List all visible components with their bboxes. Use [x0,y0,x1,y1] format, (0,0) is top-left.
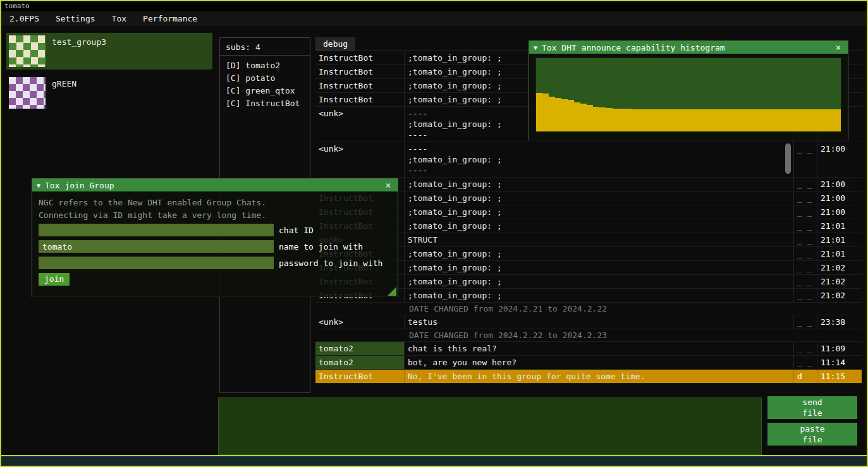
histogram-bar [682,109,688,131]
join-info-text: NGC refers to the New DHT enabled Group … [39,197,391,209]
histogram-bar [555,98,561,131]
histogram-window-titlebar[interactable]: ▼ Tox DHT announce capability histogram … [529,41,848,54]
message-text: testus [404,315,793,329]
message-time: 21:02 [817,289,862,302]
histogram-bar [790,109,797,131]
window-titlebar: tomato [1,1,867,11]
message-time: 11:09 [817,342,862,355]
histogram-bar [568,100,574,131]
histogram-bar [809,109,816,131]
resize-grip-icon[interactable] [388,287,396,296]
histogram-bar [542,94,549,131]
group-item-green[interactable]: gREEN [6,75,212,111]
histogram-bar [606,108,613,131]
join-window-titlebar[interactable]: ▼ Tox join Group × [32,179,398,191]
histogram-bar [619,109,625,131]
message-time: 21:02 [817,261,862,274]
message-input[interactable] [218,397,762,455]
chat-message-row[interactable]: <unk>---- ;tomato_in_group: ; ----_ _21:… [315,142,862,178]
message-flags: _ _ [793,261,817,274]
tab-debug[interactable]: debug [315,37,355,51]
paste-file-button[interactable]: paste file [767,423,857,446]
group-list: test_group3gREEN [6,33,212,116]
histogram-bar [726,109,733,131]
histogram-bar [549,97,555,131]
message-text: ---- ;tomato_in_group: ; ---- [404,142,793,177]
system-message-row: DATE CHANGED from 2024.2.21 to 2024.2.22 [315,303,862,315]
histogram-bar [561,99,568,131]
message-time: 21:01 [817,247,862,260]
histogram-bar [752,109,759,131]
chat-message-row[interactable]: InstructBotNo, I've been in this group f… [315,370,862,384]
histogram-window-title: Tox DHT announce capability histogram [542,42,725,54]
collapse-arrow-icon[interactable]: ▼ [534,42,537,54]
subs-list: [D] tomato2[C] potato[C] green_qtox[C] I… [226,59,304,110]
message-time: 21:00 [817,142,862,177]
message-text: bot, are you new here? [404,356,793,369]
message-time: 11:15 [817,370,862,383]
group-item-test-group3[interactable]: test_group3 [6,33,212,70]
histogram-bar [701,109,707,131]
histogram-bar [746,109,752,131]
subs-item-c-potato[interactable]: [C] potato [226,72,304,85]
histogram-bar [593,107,599,131]
separator [220,55,310,56]
message-author: <unk> [315,107,404,142]
message-flags: _ _ [793,356,817,369]
message-author: <unk> [315,142,404,177]
message-text: ;tomato_in_group: ; [404,261,793,274]
menu-bar: 2.0FPSSettingsToxPerformance [1,11,867,27]
histogram-bar [759,109,765,131]
chat-message-row[interactable]: <unk>testus_ _23:38 [315,315,862,329]
send-file-button[interactable]: send file [767,396,857,419]
chat-message-row[interactable]: tomato2chat is this real?_ _11:09 [315,342,862,356]
histogram-bar [663,109,669,131]
histogram-bar [828,109,834,131]
menu-item-performance[interactable]: Performance [135,11,205,26]
message-flags: _ _ [793,191,817,205]
message-flags: d [793,370,817,383]
chat-scrollbar[interactable] [785,143,791,174]
histogram-bar [778,109,784,131]
message-flags: _ _ [793,275,817,288]
histogram-bar [651,109,657,131]
message-flags: _ _ [793,178,817,191]
join-field-label: chat ID [279,226,314,235]
close-icon[interactable]: × [383,179,393,191]
message-time: 21:00 [817,205,862,219]
join-button[interactable]: join [39,273,70,286]
menu-item-tox[interactable]: Tox [104,11,135,26]
histogram-bar [676,109,682,131]
join-field-row: chat ID [39,224,391,236]
histogram-bar [536,93,542,131]
close-icon[interactable]: × [833,42,843,54]
histogram-bar [599,107,606,131]
subs-item-c-instructbot[interactable]: [C] InstructBot [226,97,304,110]
message-author: tomato2 [315,356,404,369]
join-input-chat-id[interactable] [39,224,274,236]
histogram-bar [574,102,580,131]
message-flags: _ _ [793,247,817,260]
join-field-label: password to join with [279,258,382,268]
subs-item-c-green-qtox[interactable]: [C] green_qtox [226,85,304,97]
histogram-bar [733,109,739,131]
join-input-name-to-join-with[interactable] [39,240,274,253]
histogram-bar [765,109,771,131]
message-author: InstructBot [315,370,404,383]
message-text: chat is this real? [404,342,793,355]
message-text: ;tomato_in_group: ; [404,289,793,302]
message-time: 23:38 [817,315,862,329]
message-time: 21:01 [817,233,862,246]
chat-message-row[interactable]: tomato2bot, are you new here?_ _11:14 [315,356,862,370]
message-flags: _ _ [793,142,817,177]
footer-strip [1,455,867,466]
join-input-password-to-join-with[interactable] [39,257,274,269]
message-flags: _ _ [793,342,817,355]
collapse-arrow-icon[interactable]: ▼ [37,179,40,191]
join-field-label: name to join with [279,242,363,252]
histogram-bar [688,109,695,131]
histogram-bar [816,109,822,131]
menu-item-settings[interactable]: Settings [47,11,104,26]
subs-item-d-tomato2[interactable]: [D] tomato2 [226,59,304,72]
group-name: test_group3 [52,37,106,47]
